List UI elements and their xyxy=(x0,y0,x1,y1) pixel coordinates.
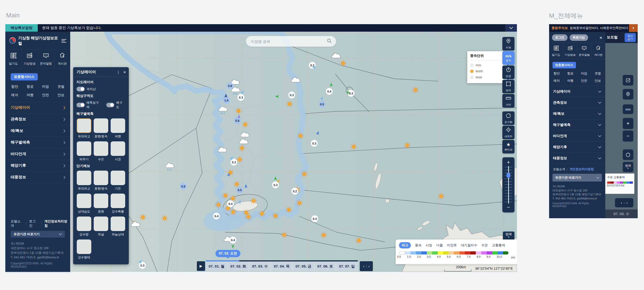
custom-service-link[interactable]: 항로 xyxy=(567,71,574,76)
custom-service-link[interactable]: 갯벌 xyxy=(58,84,64,89)
menu-item-해구별예측[interactable]: 해구별예측 xyxy=(549,119,605,131)
custom-service-link[interactable]: 여행 xyxy=(27,93,34,97)
menu-item-예/특보[interactable]: 예/특보 xyxy=(549,108,605,119)
sidebar-item-태풍정보[interactable]: 태풍정보 xyxy=(5,172,70,183)
menu-item-해양기후[interactable]: 해양기후 xyxy=(549,142,605,153)
layer-thumb-강수형태[interactable]: 강수형태 xyxy=(76,240,92,260)
sidebar-item-해구별예측[interactable]: 해구별예측 xyxy=(5,137,70,148)
rail-button-초기화[interactable]: 초기화 xyxy=(502,111,514,125)
wave-height-badge[interactable]: 0.2 xyxy=(292,188,298,195)
layer-thumb-하늘상태[interactable]: 하늘상태 xyxy=(110,217,126,237)
wave-height-badge[interactable]: 1.0 xyxy=(223,97,230,104)
legend-tab-파고[interactable]: 파고 xyxy=(399,242,411,248)
wave-height-badge[interactable]: 0.9 xyxy=(226,82,234,89)
login-button[interactable]: 로그인 xyxy=(552,34,568,41)
search-icon[interactable] xyxy=(327,38,332,44)
custom-service-link[interactable]: 레저 xyxy=(554,79,560,83)
wave-height-badge[interactable]: 0.4 xyxy=(311,215,318,222)
menu-item-기상레이어[interactable]: 기상레이어 xyxy=(549,86,605,97)
reset-button[interactable] xyxy=(623,149,633,160)
sidebar-item-관측정보[interactable]: 관측정보 xyxy=(5,114,70,125)
sidebar-item-해양기후[interactable]: 해양기후 xyxy=(5,160,70,172)
legend-tab-button[interactable]: 범례▼ xyxy=(503,232,514,240)
region-tool-button[interactable] xyxy=(623,89,633,100)
wave-height-badge[interactable]: 0.6 xyxy=(180,183,187,190)
zoom-in-button[interactable]: + xyxy=(507,159,510,166)
layer-thumb-유의파고[interactable]: 유의파고 xyxy=(76,171,92,191)
custom-service-link[interactable]: 어업 xyxy=(581,71,587,76)
close-icon[interactable]: × xyxy=(600,35,602,40)
layer-thumb-적설[interactable]: 적설 xyxy=(94,217,108,237)
wave-height-badge[interactable]: 0.3 xyxy=(230,159,237,165)
portal-intro-link[interactable]: 포털소개 xyxy=(553,167,565,171)
related-orgs-dropdown[interactable]: 유관기관 바로가기 xyxy=(552,174,602,181)
quick-item-sms[interactable]: 문자알림 xyxy=(578,43,592,59)
layer-thumb-수온[interactable]: 수온 xyxy=(94,141,108,161)
legend-tab-시정[interactable]: 시정 xyxy=(426,243,432,248)
wave-height-badge[interactable]: 0.4 xyxy=(227,200,234,207)
custom-service-link[interactable]: 항만 xyxy=(11,84,18,89)
custom-service-link[interactable]: 안전 xyxy=(42,93,49,97)
rail-button-반경[interactable]: 반경 xyxy=(502,65,514,79)
layer-thumb-풍향[interactable]: 풍향 xyxy=(94,194,108,214)
wave-height-badge[interactable]: 0.3 xyxy=(139,262,146,269)
quick-item-weather-chart[interactable]: 일기도 xyxy=(5,49,22,68)
close-icon[interactable]: × xyxy=(123,70,126,74)
menu-item-관측정보[interactable]: 관측정보 xyxy=(549,97,605,108)
timeline-day[interactable]: 07. 06. 토 xyxy=(314,262,336,271)
wave-height-badge[interactable]: 0.8 xyxy=(234,117,241,124)
alert-expand-button[interactable]: ▼ xyxy=(629,24,638,32)
search-bar[interactable] xyxy=(246,36,336,47)
layer-thumb-파주기[interactable]: 파주기 xyxy=(76,141,92,161)
timeline-day[interactable]: 07. 07. 일 xyxy=(336,262,358,271)
toggle-예특보구역[interactable]: 예특보구역 xyxy=(76,101,102,109)
prev-icon[interactable]: ‹ xyxy=(363,264,364,268)
zoom-slider[interactable] xyxy=(502,166,514,204)
wave-height-badge[interactable]: 0.4 xyxy=(230,237,236,243)
quick-item-radio[interactable]: 기상방송 xyxy=(563,43,577,59)
marine-map[interactable]: 0.20.40.30.30.30.30.30.40.30.20.40.40.30… xyxy=(70,32,517,272)
sidebar-item-예/특보[interactable]: 예/특보 xyxy=(5,125,70,137)
quick-item-weather-chart[interactable]: 일기도 xyxy=(549,43,563,59)
wave-height-badge[interactable]: 0.5 xyxy=(318,101,326,108)
custom-service-link[interactable]: 안보 xyxy=(58,93,64,97)
hamburger-menu-icon[interactable] xyxy=(62,39,66,42)
toggle-격자선[interactable]: 격자선 xyxy=(76,87,96,91)
timeline-nav[interactable]: ‹ | › xyxy=(360,261,373,271)
wave-height-badge[interactable]: 0.3 xyxy=(238,94,244,101)
legend-tab-button[interactable]: 범례▼ xyxy=(623,162,633,172)
sidebar-item-기상레이어[interactable]: 기상레이어 xyxy=(5,102,70,114)
layer-thumb-강수량[interactable]: 강수량 xyxy=(76,217,92,237)
search-input[interactable] xyxy=(250,39,327,44)
related-orgs-dropdown[interactable]: 유관기관 바로가기 xyxy=(11,231,65,238)
timeline-day[interactable]: 07. 01. 월 xyxy=(206,262,228,271)
select-tool-button[interactable] xyxy=(623,75,633,86)
storm-alert-badge[interactable]: 풍랑주의보 xyxy=(552,26,568,30)
legend-tab-풍속[interactable]: 풍속 xyxy=(415,243,422,248)
quick-item-radio[interactable]: 기상방송 xyxy=(22,49,38,68)
custom-service-badge[interactable]: 맞춤형서비스 xyxy=(552,62,576,68)
layer-thumb-기온[interactable]: 기온 xyxy=(110,171,126,191)
rail-button-면적[interactable]: 면적 xyxy=(502,80,514,93)
alert-expand-button[interactable] xyxy=(505,24,517,32)
custom-service-link[interactable]: 여행 xyxy=(567,79,574,83)
zoom-out-button[interactable]: − xyxy=(507,204,510,211)
wave-height-badge[interactable]: 0.3 xyxy=(288,92,295,98)
wind-unit-option-m/s[interactable]: m/s xyxy=(470,62,504,68)
timeline-day[interactable]: 07. 04. 목 xyxy=(271,262,293,271)
wave-height-badge[interactable]: 0.4 xyxy=(213,213,220,219)
quick-item-board[interactable]: 게시판 xyxy=(592,43,605,59)
timeline-day[interactable]: 07. 05. 금 xyxy=(293,262,314,271)
layer-thumb-시정[interactable]: 시정 xyxy=(110,141,126,161)
footer-link[interactable]: 포털소개 xyxy=(11,219,24,228)
wave-height-badge[interactable]: 0.3 xyxy=(348,90,354,97)
custom-service-link[interactable]: 안전 xyxy=(581,79,587,83)
layer-thumb-풍향/풍속[interactable]: 풍향/풍속 xyxy=(94,171,108,191)
wind-unit-option-km/h[interactable]: km/h xyxy=(470,68,504,74)
layer-thumb-유의파고[interactable]: 유의파고 xyxy=(76,118,92,139)
portal-title[interactable]: 기상청 해양기상정보포털 xyxy=(18,35,59,46)
layer-thumb-풍향/풍속[interactable]: 풍향/풍속 xyxy=(94,118,108,139)
wave-height-badge[interactable]: 0.5 xyxy=(236,187,243,193)
legend-tab-이안류[interactable]: 이안류 xyxy=(447,243,457,248)
rail-button-내위치[interactable]: 내위치 xyxy=(502,126,514,139)
